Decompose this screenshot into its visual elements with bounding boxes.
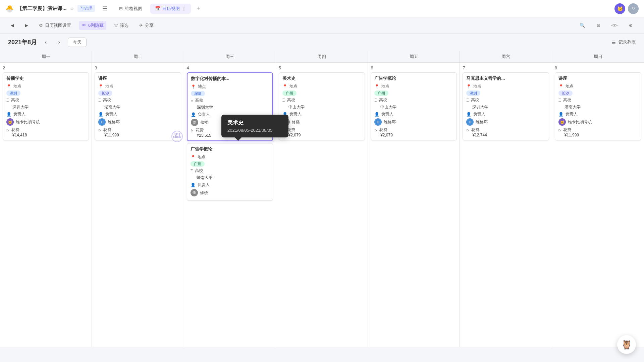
location-tag: 广州 xyxy=(282,90,297,96)
header-tue: 周二 xyxy=(92,51,184,62)
location-tag: 深圳 xyxy=(6,90,20,96)
prev-month-button[interactable]: ‹ xyxy=(41,38,50,47)
bookmark-icon[interactable]: ☆ xyxy=(70,6,74,11)
fee-row: fx 花费 xyxy=(6,127,85,133)
person-name: 修楼 xyxy=(200,120,208,125)
school-icon: Ξ xyxy=(191,169,193,173)
location-row: 📍 地点 xyxy=(6,83,85,89)
person-row: 👤 负责人 xyxy=(466,111,545,117)
person-avatar-row: 🐱 维卡比初号机 xyxy=(6,118,85,126)
person-icon: 👤 xyxy=(466,112,471,117)
grid-icon: ⊞ xyxy=(119,6,123,11)
location-icon: 📍 xyxy=(374,84,379,89)
filter-button[interactable]: ▽ 筛选 xyxy=(112,21,131,30)
person-icon: 👤 xyxy=(6,112,11,117)
filter-icon: ▽ xyxy=(114,23,118,28)
school-row: Ξ 高校 xyxy=(191,168,269,174)
list-view-toggle[interactable]: ☰ 记录列表 xyxy=(612,39,636,45)
header-sat: 周六 xyxy=(460,51,552,62)
location-row: 📍 地点 xyxy=(191,84,269,89)
tab-calendar-view[interactable]: 📅 日历视图 ⋮ xyxy=(150,4,191,14)
location-tag: 长沙 xyxy=(558,90,573,96)
event-advert-wed[interactable]: 广告学概论 📍 地点 广州 Ξ 高校 暨南大学 👤 负责人 xyxy=(187,143,273,201)
school-name: 中山大学 xyxy=(288,104,361,110)
code-button[interactable]: </> xyxy=(609,20,620,31)
person-row: 👤 负责人 xyxy=(558,111,638,117)
toolbar: ◀ ▶ ⚙ 日历视图设置 👁 6列隐藏 ▽ 筛选 ✈ 分享 🔍 ⊟ </> ⊛ xyxy=(0,17,644,34)
event-advert-fri[interactable]: 广告学概论 📍 地点 广州 Ξ 高校 中山大学 👤 负责人 xyxy=(371,72,457,140)
person-icon: 👤 xyxy=(98,112,103,117)
person-name: 维格邓 xyxy=(384,119,396,125)
forward-button[interactable]: ▶ xyxy=(22,21,31,29)
location-icon: 📍 xyxy=(6,84,11,89)
event-tooltip: 美术史 2021/08/05-2021/08/05 xyxy=(221,115,288,137)
avatar-user1[interactable]: 🐱 xyxy=(614,3,625,14)
location-tag: 广州 xyxy=(374,90,388,96)
day-number-8: 8 xyxy=(555,65,641,70)
event-title: 广告学概论 xyxy=(191,146,269,152)
today-button[interactable]: 今天 xyxy=(68,38,87,47)
school-icon: Ξ xyxy=(191,98,194,103)
school-row: Ξ 高校 xyxy=(558,97,638,103)
event-title: 数字化对传播的本... xyxy=(191,76,269,82)
day-number-4: 4 xyxy=(187,65,273,70)
hamburger-menu[interactable]: ☰ xyxy=(98,3,111,14)
tab-grid-view[interactable]: ⊞ 维格视图 xyxy=(114,4,147,14)
header-thu: 周四 xyxy=(276,51,368,62)
fee-amount: ¥11,999 xyxy=(104,133,177,137)
tooltip-arrow xyxy=(235,137,241,141)
person-avatar-row: 修 修楼 xyxy=(191,189,269,196)
back-button[interactable]: ◀ xyxy=(8,21,17,29)
columns-button[interactable]: ⊟ xyxy=(593,20,604,31)
fee-amount: ¥2,079 xyxy=(380,133,453,137)
header-mon: 周一 xyxy=(0,51,92,62)
event-lecture-sun[interactable]: 讲座 📍 地点 长沙 Ξ 高校 湖南大学 👤 负责人 🐱 xyxy=(555,72,641,140)
next-month-button[interactable]: › xyxy=(54,38,64,47)
fx-icon: fx xyxy=(6,128,9,132)
avatar-user2[interactable]: ↻ xyxy=(628,3,639,14)
location-row: 📍 地点 xyxy=(466,83,545,89)
location-tag: 深圳 xyxy=(191,91,205,96)
day-headers: 周一 周二 周三 周四 周五 周六 周日 xyxy=(0,51,644,63)
person-icon: 👤 xyxy=(374,112,379,117)
school-row: Ξ 高校 xyxy=(191,98,269,103)
share-button[interactable]: ✈ 分享 xyxy=(137,21,156,30)
location-row: 📍 地点 xyxy=(558,83,638,89)
hidden-columns-button[interactable]: 👁 6列隐藏 xyxy=(79,21,106,30)
school-icon: Ξ xyxy=(466,98,469,103)
day-cell-thu: 5 美术史 📍 地点 广州 Ξ 高校 中山大学 👤 负责人 xyxy=(276,63,368,347)
school-name: 中山大学 xyxy=(380,104,453,110)
expand-button[interactable]: ⊛ xyxy=(625,20,636,31)
day-number-5: 5 xyxy=(279,65,365,70)
more-options-icon[interactable]: ⋮ xyxy=(182,6,186,11)
calendar-settings-button[interactable]: ⚙ 日历视图设置 xyxy=(36,21,74,30)
user-avatars: 🐱 ↻ xyxy=(614,3,639,14)
tooltip-date: 2021/08/05-2021/08/05 xyxy=(227,128,282,133)
fx-icon: fx xyxy=(98,128,101,132)
person-avatar: D xyxy=(466,118,474,126)
day-cell-mon: 2 传播学史 📍 地点 深圳 Ξ 高校 深圳大学 👤 负责人 xyxy=(0,63,92,347)
day-cell-tue: 3 讲座 📍 地点 长沙 Ξ 高校 湖南大学 👤 负责人 xyxy=(92,63,184,347)
event-lecture-tue[interactable]: 讲座 📍 地点 长沙 Ξ 高校 湖南大学 👤 负责人 D xyxy=(95,72,181,140)
person-row: 👤 负责人 xyxy=(282,111,361,117)
float-assistant-button[interactable]: 🦉 xyxy=(617,335,636,354)
event-title: 传播学史 xyxy=(6,75,85,81)
person-avatar-row: D 维格邓 xyxy=(466,118,545,126)
event-title: 马克思主义哲学的... xyxy=(466,75,545,81)
school-name: 深圳大学 xyxy=(472,104,545,110)
event-title: 讲座 xyxy=(98,75,177,81)
location-tag: 长沙 xyxy=(98,90,112,96)
person-avatar-row: 修 修楼 xyxy=(282,118,361,126)
person-icon: 👤 xyxy=(558,112,564,117)
search-button[interactable]: 🔍 xyxy=(577,20,588,31)
location-icon: 📍 xyxy=(282,84,287,89)
school-icon: Ξ xyxy=(98,98,101,103)
event-marx[interactable]: 马克思主义哲学的... 📍 地点 深圳 Ξ 高校 深圳大学 👤 负责人 xyxy=(463,72,549,140)
add-tab-button[interactable]: + xyxy=(194,4,204,13)
event-chuanbo[interactable]: 传播学史 📍 地点 深圳 Ξ 高校 深圳大学 👤 负责人 xyxy=(3,72,89,140)
school-icon: Ξ xyxy=(374,98,377,103)
event-art-history[interactable]: 美术史 📍 地点 广州 Ξ 高校 中山大学 👤 负责人 修 xyxy=(279,72,365,140)
school-row: Ξ 高校 xyxy=(6,97,85,103)
manageable-tag: 可管理 xyxy=(77,5,95,12)
school-row: Ξ 高校 xyxy=(466,97,545,103)
